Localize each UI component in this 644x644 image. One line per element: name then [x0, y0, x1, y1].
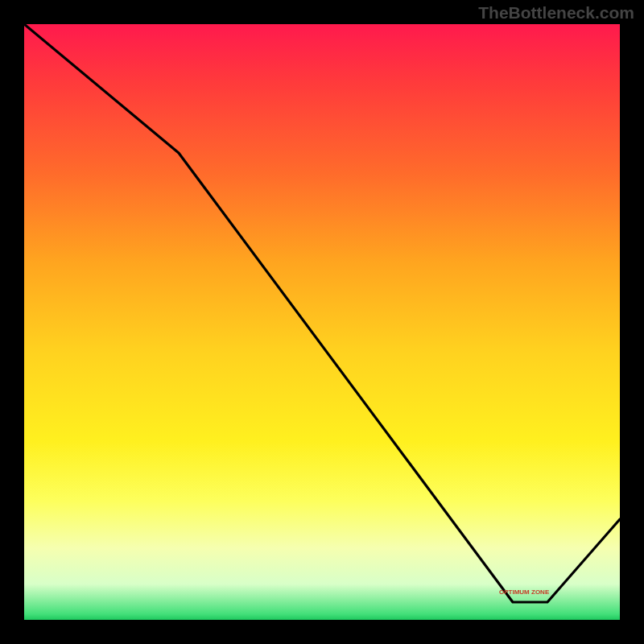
- chart-plot-area: OPTIMUM ZONE: [24, 24, 620, 620]
- chart-line-path: [24, 24, 620, 602]
- optimum-zone-annotation: OPTIMUM ZONE: [499, 588, 549, 596]
- chart-line-svg: [24, 24, 620, 620]
- watermark-text: TheBottleneck.com: [478, 3, 634, 23]
